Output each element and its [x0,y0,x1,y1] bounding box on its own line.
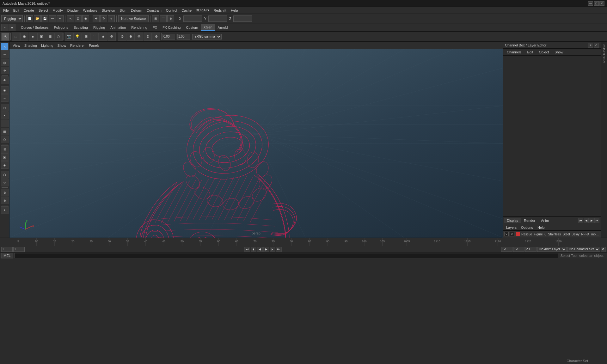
play-start-btn[interactable]: ⏮ [244,247,250,252]
cb-tab-anim[interactable]: Anim [538,218,551,223]
window-controls[interactable]: — □ ✕ [588,1,604,6]
cb-tab-render[interactable]: Render [521,218,538,223]
xgen-lt1[interactable]: ⊛ [1,189,9,196]
menu-skin[interactable]: Skin [118,8,128,13]
save-scene-button[interactable]: 💾 [41,15,48,22]
module-tab-rendering[interactable]: Rendering [129,24,150,31]
end-frame-input[interactable] [501,247,512,252]
menu-modify[interactable]: Modify [51,8,64,13]
snap-curve-button[interactable]: ⌒ [160,15,167,22]
smooth2-btn[interactable]: ● [29,33,37,41]
module-tab-animation[interactable]: Animation [108,24,128,31]
cb-subtab-layers[interactable]: Layers [504,225,518,230]
anim-layer-select[interactable]: No Anim Layer [537,247,567,252]
menu-windows[interactable]: Windows [81,8,99,13]
smooth-btn[interactable]: ◉ [20,33,28,41]
grid-btn[interactable]: ⊞ [82,33,90,41]
cb-nav-first[interactable]: ⏮ [578,218,583,223]
menu-help[interactable]: Help [229,8,240,13]
vp-menu-view[interactable]: View [11,43,22,48]
step-fwd-btn[interactable]: ⏵ [270,247,275,252]
display-lt3[interactable]: ◈ [1,161,9,169]
play-end-btn[interactable]: ⏭ [276,247,282,252]
mel-input[interactable] [14,253,558,258]
vtx-mode-lt[interactable]: • [1,112,9,119]
module-tab-curves[interactable]: Curves / Surfaces [18,24,51,31]
module-tab-fxcaching[interactable]: FX Caching [160,24,183,31]
select-mode-btn[interactable]: ↖ [1,33,9,41]
show-hide-lt[interactable]: 👁 [1,76,9,84]
pb-settings-btn[interactable]: ⚙ [601,247,606,252]
menu-control[interactable]: Control [164,8,179,13]
redo-button[interactable]: ↪ [57,15,64,22]
snap-grid-button[interactable]: ⊞ [152,15,159,22]
step-back-btn[interactable]: ⏴ [251,247,256,252]
panel-btn-2[interactable]: ⤢ [594,43,599,48]
vp-menu-renderer[interactable]: Renderer [68,43,87,48]
close-button[interactable]: ✕ [599,1,604,6]
edge-mode-lt[interactable]: — [1,120,9,127]
snap2-btn[interactable]: ⊕ [126,33,135,41]
display-lt2[interactable]: ▣ [1,153,9,161]
vp-menu-shading[interactable]: Shading [22,43,39,48]
xgen-icon[interactable]: ★ [9,24,15,31]
wireframe-btn[interactable]: □ [12,33,20,41]
layer-p-btn[interactable]: P [510,232,514,236]
light-btn[interactable]: 💡 [73,33,82,41]
render-lt2[interactable]: ☆ [1,179,9,186]
select-tool-button[interactable]: ↖ [67,15,74,22]
all-lights-btn[interactable]: ▦ [46,33,54,41]
z-field[interactable] [233,15,252,22]
rp-tab-channels[interactable]: Channels [504,50,524,55]
menu-redshift[interactable]: Redshift [212,8,228,13]
current-frame-input[interactable] [13,247,25,252]
paint-sel-button[interactable]: ◉ [82,15,89,22]
module-tab-sculpting[interactable]: Sculpting [71,24,90,31]
range-end2-input[interactable] [525,247,536,252]
gamma-select[interactable]: sRGB gamma [192,34,222,39]
component-btn[interactable]: ◈ [99,33,107,41]
snap-point-button[interactable]: ⊕ [167,15,174,22]
rp-tab-edit[interactable]: Edit [524,50,536,55]
sym-lt[interactable]: ↔ [1,94,9,102]
rotate-tool-button[interactable]: ↻ [100,15,107,22]
snap3-btn[interactable]: ◎ [135,33,143,41]
rp-tab-object[interactable]: Object [536,50,551,55]
joint-btn[interactable]: ⚙ [107,33,116,41]
vp-menu-lighting[interactable]: Lighting [39,43,55,48]
select-tool-lt[interactable]: ↖ [1,43,9,51]
soft-sel-lt[interactable]: ◉ [1,86,9,94]
rp-tab-show[interactable]: Show [552,50,566,55]
cb-subtab-help[interactable]: Help [536,225,547,230]
menu-skeleton[interactable]: Skeleton [100,8,117,13]
char-set-select[interactable]: No Character Set [567,247,600,252]
module-tab-custom[interactable]: Custom [184,24,201,31]
cb-nav-last[interactable]: ⏭ [594,218,599,223]
new-scene-button[interactable]: 📄 [26,15,33,22]
curve-btn[interactable]: ⌒ [90,33,99,41]
vp-menu-show[interactable]: Show [56,43,68,48]
cb-nav-next[interactable]: ▶ [589,218,594,223]
render-mode-btn[interactable]: ▣ [37,33,46,41]
move-tool-lt[interactable]: ✛ [1,67,9,74]
misc-lt[interactable]: + [1,206,9,214]
render-lt1[interactable]: ⬡ [1,171,9,179]
uv-mode-lt[interactable]: ⬡ [1,136,9,143]
layer-vis-btn[interactable]: V [504,232,509,236]
undo-button[interactable]: ↩ [49,15,56,22]
module-tab-xgen[interactable]: XGen [201,24,215,31]
module-tab-rigging[interactable]: Rigging [91,24,107,31]
range-end-input[interactable] [513,247,524,252]
cb-nav-prev[interactable]: ◀ [584,218,589,223]
xgen-lt2[interactable]: ⊕ [1,197,9,204]
sculpt-tool-lt[interactable]: ◎ [1,59,9,66]
module-tab-arnold[interactable]: Arnold [215,24,230,31]
face-mode-lt[interactable]: ▦ [1,128,9,135]
obj-mode-lt[interactable]: □ [1,104,9,112]
xray-btn[interactable]: ◌ [54,33,63,41]
menu-create[interactable]: Create [22,8,36,13]
snap1-btn[interactable]: ⊙ [118,33,126,41]
snap4-btn[interactable]: ⊗ [144,33,152,41]
value1-input[interactable] [162,34,175,39]
menu-deform[interactable]: Deform [129,8,144,13]
